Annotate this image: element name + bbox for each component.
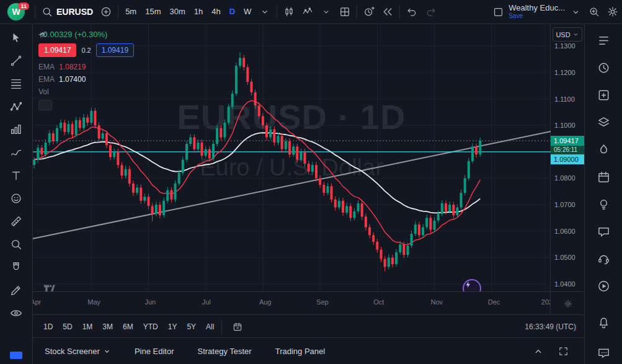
tool-trend-line[interactable] (5, 50, 27, 71)
timeframe-5m[interactable]: 5m (121, 2, 141, 21)
shows-icon (597, 279, 611, 293)
grid-layout-icon (339, 6, 351, 18)
zoom-plus-icon (588, 6, 600, 18)
panel-object-tree[interactable] (593, 113, 614, 131)
save-layout-button[interactable]: Save (509, 12, 565, 20)
tool-fib-retracement[interactable] (5, 73, 27, 94)
tool-hide[interactable] (5, 303, 27, 323)
panel-messages[interactable] (593, 344, 614, 362)
tool-zoom[interactable] (5, 234, 27, 254)
gear-icon (563, 299, 573, 309)
symbol-search-button[interactable] (38, 2, 56, 21)
panel-notifications[interactable] (593, 313, 614, 331)
layout-select-button[interactable]: Wealthy Educ... Save (489, 2, 585, 21)
timeframe-1h[interactable]: 1h (190, 2, 207, 21)
tool-forecast[interactable] (5, 119, 27, 140)
panel-chat[interactable] (593, 222, 614, 241)
tab-trading-panel[interactable]: Trading Panel (275, 347, 325, 356)
symbol-name[interactable]: EURUSD (56, 7, 93, 17)
timeframe-dropdown-button[interactable] (255, 2, 274, 21)
timeframe-D[interactable]: D (225, 2, 239, 21)
panel-shows[interactable] (593, 277, 614, 295)
ema-slow-legend[interactable]: EMA 1.07400 (38, 75, 134, 84)
bottom-panel-tabs: Stock ScreenerPine EditorStrategy Tester… (32, 337, 585, 364)
ema-fast-legend[interactable]: EMA 1.08219 (38, 63, 134, 71)
range-5y[interactable]: 5Y (182, 319, 201, 335)
tool-brush[interactable] (5, 142, 27, 162)
notifications-icon (597, 315, 611, 329)
collapse-legend-button[interactable] (38, 100, 52, 110)
range-5d[interactable]: 5D (58, 319, 77, 335)
create-alert-button[interactable] (360, 2, 378, 21)
range-1m[interactable]: 1M (78, 319, 98, 335)
go-to-date-button[interactable] (228, 317, 247, 336)
panel-alerts[interactable] (593, 58, 614, 77)
chart-wrap: EURUSD · 1D Euro / U.S. Dollar +0.00329 … (32, 24, 585, 291)
price-axis-label: 1.1100 (554, 95, 575, 104)
tool-text[interactable] (5, 165, 27, 185)
panel-calendar[interactable] (593, 167, 614, 186)
panel-data-window[interactable] (593, 86, 614, 104)
tool-cursor[interactable] (5, 27, 27, 48)
layout-grid-button[interactable] (335, 2, 354, 21)
left-rail-badge[interactable] (10, 352, 22, 359)
range-6m[interactable]: 6M (118, 319, 138, 335)
axis-settings-corner[interactable] (550, 292, 585, 315)
timeframe-4h[interactable]: 4h (207, 2, 224, 21)
panel-collapse-button[interactable] (529, 342, 548, 361)
panel-maximize-button[interactable] (554, 342, 572, 361)
range-3m[interactable]: 3M (97, 319, 118, 335)
tool-emoji[interactable] (5, 188, 27, 208)
panel-support[interactable] (593, 249, 614, 268)
volume-legend[interactable]: Vol (38, 87, 134, 96)
price-axis-label: 1.1200 (554, 68, 575, 77)
range-ytd[interactable]: YTD (138, 319, 163, 335)
compare-add-button[interactable] (97, 2, 115, 21)
panel-hotlists[interactable] (593, 140, 614, 159)
tool-measure[interactable] (5, 211, 27, 231)
tab-stock-screener[interactable]: Stock Screener (45, 347, 111, 356)
tool-xabcd-pattern[interactable] (5, 96, 27, 117)
layout-name[interactable]: Wealthy Educ... (509, 4, 565, 12)
tab-pine-editor[interactable]: Pine Editor (135, 347, 174, 356)
indicator-templates-button[interactable] (317, 2, 335, 21)
brush-icon (9, 146, 23, 159)
tool-magnet[interactable] (5, 257, 27, 277)
undo-button[interactable] (402, 2, 421, 21)
timeframe-30m[interactable]: 30m (165, 2, 189, 21)
chart-settings-button[interactable] (603, 2, 622, 21)
redo-button[interactable] (421, 2, 440, 21)
price-axis-label: 1.0500 (554, 253, 575, 262)
account-logo[interactable]: W 11 (0, 3, 32, 20)
chart-style-button[interactable] (280, 2, 298, 21)
gear-icon (606, 6, 619, 18)
indicators-icon (301, 6, 314, 18)
quick-search-button[interactable] (585, 2, 603, 21)
bar-countdown-tag: 05:26:11 (551, 146, 585, 154)
range-all[interactable]: All (201, 319, 219, 335)
tab-label: Stock Screener (45, 347, 100, 356)
timeframe-W[interactable]: W (239, 2, 255, 21)
chart-plot[interactable]: EURUSD · 1D Euro / U.S. Dollar +0.00329 … (32, 24, 551, 291)
panel-ideas[interactable] (593, 195, 614, 213)
axis-currency-dropdown[interactable]: USD (553, 27, 582, 42)
price-axis[interactable]: USD 1.09417 05:26:11 1.09000 1.04001.050… (550, 24, 585, 291)
tool-edit[interactable] (5, 280, 27, 300)
range-separator (221, 320, 222, 334)
range-1y[interactable]: 1Y (163, 319, 182, 335)
panel-watchlist[interactable] (593, 31, 614, 50)
session-clock[interactable]: 16:33:49 (UTC) (525, 322, 579, 331)
indicators-button[interactable] (298, 2, 317, 21)
last-price-tag: 1.09417 (551, 136, 585, 146)
time-axis[interactable]: AprMayJunJulAugSepOctNovDec2024 (32, 291, 585, 315)
tab-strategy-tester[interactable]: Strategy Tester (197, 347, 251, 356)
chevron-down-icon (572, 31, 579, 38)
timeframe-15m[interactable]: 15m (141, 2, 165, 21)
buy-price-button[interactable]: 1.09419 (96, 43, 134, 57)
bar-replay-button[interactable] (378, 2, 397, 21)
sell-price-button[interactable]: 1.09417 (38, 43, 76, 57)
spread-value: 0.2 (80, 47, 92, 54)
range-1d[interactable]: 1D (38, 319, 58, 335)
time-axis-label: May (87, 298, 100, 306)
layout-dropdown-chevron[interactable] (566, 2, 585, 21)
